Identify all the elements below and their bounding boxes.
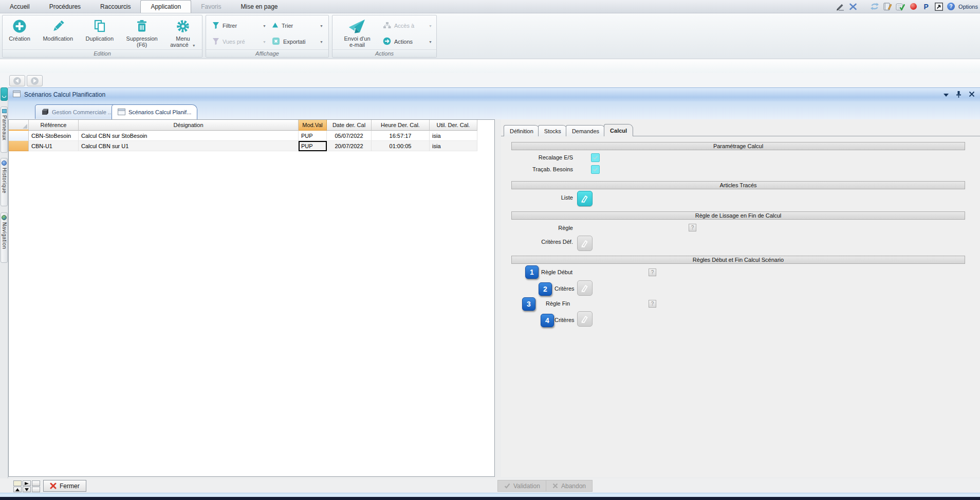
tracabilite-label: Traçab. Besoins — [501, 166, 573, 172]
titlebar-menu-caret-icon[interactable] — [944, 94, 949, 97]
suppression-button[interactable]: Suppression (F6) — [125, 17, 159, 49]
ribbon-group-actions: Envoi d'un e-mail Accès à ▼ Actions ▼ Ac… — [332, 15, 437, 58]
collapse-glyph-icon — [2, 96, 6, 98]
modification-button[interactable]: Modification — [41, 17, 75, 43]
tab-gestion-commerciale[interactable]: Gestion Commerciale ... — [35, 104, 119, 119]
cube-icon — [41, 108, 49, 116]
menu-accueil[interactable]: Accueil — [0, 0, 40, 13]
cell-date[interactable]: 20/07/2022 — [327, 141, 372, 151]
filtrer-button[interactable]: Filtrer ▼ — [212, 21, 266, 30]
row-selector[interactable] — [9, 141, 29, 151]
criteres-debut-button — [577, 280, 593, 296]
record-down-button[interactable] — [23, 487, 31, 492]
tab-demandes[interactable]: Demandes — [566, 125, 605, 136]
hand-pen-icon — [580, 239, 589, 248]
sidebar-tab-navigation[interactable]: Navigation — [1, 212, 8, 263]
tab-stocks[interactable]: Stocks — [538, 125, 567, 136]
column-header-modval[interactable]: Mod.Val — [299, 120, 327, 131]
help-icon[interactable]: ? — [947, 3, 955, 10]
actions-button[interactable]: Actions ▼ — [383, 37, 432, 46]
tab-calcul[interactable]: Calcul — [604, 124, 633, 136]
column-header-date[interactable]: Date der. Cal — [327, 120, 372, 131]
window-icon — [13, 91, 21, 99]
regle-fin-help-button[interactable]: ? — [649, 300, 656, 308]
close-icon[interactable] — [969, 91, 975, 99]
recalage-checkbox[interactable] — [591, 153, 600, 162]
column-header-designation[interactable]: Désignation — [79, 120, 299, 131]
tab-definition[interactable]: Définition — [504, 125, 540, 136]
menu-procedures[interactable]: Procédures — [40, 0, 90, 13]
record-first-button[interactable] — [13, 480, 22, 486]
sidebar-tab-panneaux[interactable]: Panneaux — [1, 106, 8, 153]
back-arrow-icon — [13, 77, 21, 85]
hand-pen-icon — [580, 194, 589, 203]
exportation-button[interactable]: Exportati ▼ — [272, 37, 323, 46]
cell-designation[interactable]: Calcul CBN sur StoBesoin — [79, 131, 299, 141]
cell-heure[interactable]: 16:57:17 — [372, 131, 430, 141]
cancel-x-icon[interactable] — [848, 2, 858, 11]
regle-help-button[interactable]: ? — [689, 224, 696, 231]
record-flag-button[interactable] — [23, 480, 31, 486]
table-row[interactable]: CBN-StoBesoin Calcul CBN sur StoBesoin P… — [9, 131, 494, 141]
column-header-util[interactable]: Util. Der. Cal. — [430, 120, 477, 131]
cell-util[interactable]: isia — [430, 131, 477, 141]
menu-mise-en-page[interactable]: Mise en page — [231, 0, 287, 13]
tab-scenarios-calcul[interactable]: Scénarios Calcul Planif... — [112, 104, 197, 119]
record-blank-button-1[interactable] — [32, 480, 40, 486]
acces-a-label: Accès à — [394, 23, 414, 29]
dropdown-caret-icon[interactable]: ▼ — [320, 24, 323, 28]
collapse-panel-button[interactable] — [1, 87, 8, 101]
fermer-button[interactable]: Fermer — [43, 480, 86, 492]
group-label-affichage: Affichage — [206, 49, 328, 57]
menu-avance-button[interactable]: Menu avancé ▼ — [169, 17, 197, 50]
creation-button[interactable]: Création — [7, 17, 32, 43]
cell-reference[interactable]: CBN-U1 — [29, 141, 79, 151]
back-button[interactable] — [9, 75, 25, 86]
cell-modval[interactable]: PUP — [299, 131, 327, 141]
external-window-icon[interactable] — [934, 2, 944, 11]
dropdown-caret-icon[interactable]: ▼ — [263, 24, 266, 28]
checklist-validate-icon[interactable] — [896, 2, 905, 11]
liste-open-button[interactable] — [577, 191, 593, 206]
options-label[interactable]: Options — [958, 4, 979, 10]
dropdown-caret-icon[interactable]: ▼ — [320, 40, 323, 44]
panneaux-label: Panneaux — [2, 115, 7, 140]
down-triangle-icon — [25, 488, 29, 491]
cell-heure[interactable]: 01:00:05 — [372, 141, 430, 151]
pin-icon[interactable] — [956, 91, 961, 100]
envoi-email-button[interactable]: Envoi d'un e-mail — [337, 17, 378, 49]
hand-pen-icon — [580, 314, 589, 324]
cell-modval-focused[interactable]: PUP — [299, 141, 327, 151]
column-header-reference[interactable]: Référence — [29, 120, 79, 131]
table-row[interactable]: CBN-U1 Calcul CBN sur U1 PUP 20/07/2022 … — [9, 141, 494, 151]
column-header-heure[interactable]: Heure Der. Cal. — [372, 120, 430, 131]
dropdown-caret-icon[interactable]: ▼ — [429, 40, 432, 44]
trier-label: Trier — [282, 23, 293, 29]
sidebar-tab-historique[interactable]: Historique — [1, 158, 8, 206]
regle-debut-help-button[interactable]: ? — [649, 269, 656, 276]
tracabilite-checkbox[interactable] — [591, 165, 600, 174]
notebook-pen-icon[interactable] — [883, 2, 892, 11]
cell-util[interactable]: isia — [430, 141, 477, 151]
ribbon: Création Modification Duplication Suppre… — [0, 13, 980, 59]
record-up-button[interactable] — [13, 487, 22, 492]
duplication-button[interactable]: Duplication — [84, 17, 115, 43]
menu-application[interactable]: Application — [140, 0, 191, 13]
menu-bar: Accueil Procédures Raccourcis Applicatio… — [0, 0, 980, 13]
gear-icon — [176, 19, 190, 34]
record-blank-button-2[interactable] — [32, 487, 40, 492]
signature-edit-icon[interactable] — [836, 2, 845, 11]
footer-bar: Fermer Validation Abandon — [0, 478, 980, 493]
cell-designation[interactable]: Calcul CBN sur U1 — [79, 141, 299, 151]
cell-date[interactable]: 05/07/2022 — [327, 131, 372, 141]
trier-button[interactable]: Trier ▼ — [272, 21, 323, 30]
refresh-icon[interactable] — [870, 2, 879, 11]
row-selector[interactable] — [9, 131, 29, 141]
recalage-label: Recalage E/S — [501, 154, 573, 160]
cell-reference[interactable]: CBN-StoBesoin — [29, 131, 79, 141]
forward-button[interactable] — [27, 75, 43, 86]
grid-select-all-header[interactable] — [9, 120, 29, 131]
group-label-actions: Actions — [332, 49, 436, 57]
navigation-label: Navigation — [2, 222, 7, 249]
menu-raccourcis[interactable]: Raccourcis — [90, 0, 140, 13]
